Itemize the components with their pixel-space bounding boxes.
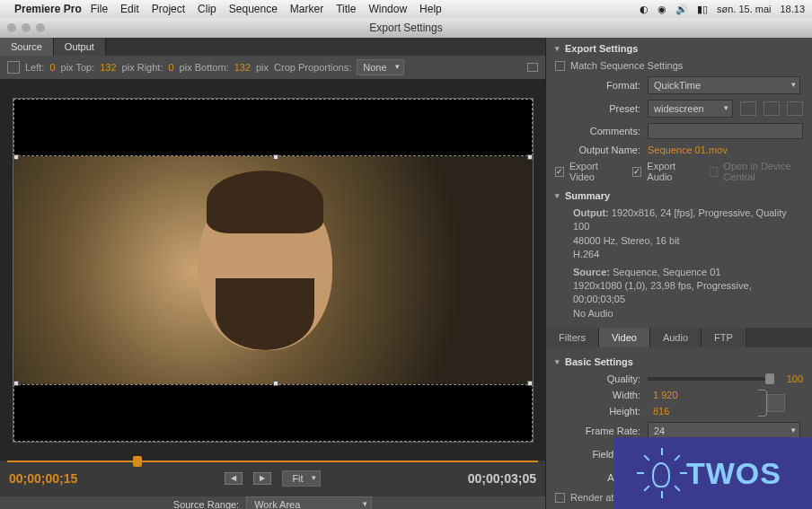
quality-slider[interactable] bbox=[648, 377, 774, 381]
twos-logo-overlay: TWOS bbox=[614, 437, 812, 509]
window-zoom-icon[interactable] bbox=[36, 23, 45, 32]
window-close-icon[interactable] bbox=[7, 23, 16, 32]
match-sequence-label: Match Sequence Settings bbox=[570, 60, 683, 71]
crop-right-value[interactable]: 0 bbox=[168, 62, 173, 73]
menu-title[interactable]: Title bbox=[336, 3, 356, 15]
app-name[interactable]: Premiere Pro bbox=[14, 3, 82, 15]
volume-icon[interactable]: 🔊 bbox=[675, 4, 688, 15]
menubar-date[interactable]: søn. 15. mai bbox=[717, 4, 772, 14]
preview-pane: Source Output Left: 0 pix Top: 132 pix R… bbox=[0, 38, 546, 509]
scrub-bar[interactable] bbox=[7, 461, 538, 468]
crop-proportions-dropdown[interactable]: None bbox=[357, 59, 403, 75]
mac-menubar: Premiere Pro File Edit Project Clip Sequ… bbox=[0, 0, 812, 18]
menu-file[interactable]: File bbox=[91, 3, 108, 15]
crop-bottom-value[interactable]: 132 bbox=[234, 62, 251, 73]
crop-region-bottom[interactable] bbox=[13, 384, 533, 442]
comments-input[interactable] bbox=[648, 123, 803, 139]
crop-top-label: pix Top: bbox=[61, 62, 95, 73]
source-range-dropdown[interactable]: Work Area bbox=[246, 496, 372, 509]
playhead[interactable] bbox=[133, 456, 142, 467]
prev-frame-button[interactable]: ◀ bbox=[225, 472, 243, 485]
source-range-label: Source Range: bbox=[173, 499, 239, 509]
preset-dropdown[interactable]: widescreen bbox=[648, 100, 733, 118]
crop-left-value[interactable]: 0 bbox=[49, 62, 55, 73]
menu-clip[interactable]: Clip bbox=[198, 3, 216, 15]
crop-bar: Left: 0 pix Top: 132 pix Right: 0 pix Bo… bbox=[0, 56, 545, 80]
menu-help[interactable]: Help bbox=[419, 3, 442, 15]
lightbulb-icon bbox=[645, 453, 677, 493]
comments-label: Comments: bbox=[555, 126, 640, 136]
device-central-label: Open in Device Central bbox=[723, 161, 803, 182]
format-dropdown[interactable]: QuickTime bbox=[648, 76, 800, 94]
device-central-checkbox bbox=[710, 167, 718, 177]
summary-header[interactable]: Summary bbox=[546, 185, 812, 205]
timecode-current[interactable]: 00;00;00;15 bbox=[9, 471, 77, 486]
crop-icon[interactable] bbox=[7, 61, 20, 74]
crop-proportions-label: Crop Proportions: bbox=[274, 62, 351, 73]
menu-sequence[interactable]: Sequence bbox=[229, 3, 278, 15]
crop-handle[interactable] bbox=[527, 381, 533, 386]
export-audio-checkbox[interactable] bbox=[632, 167, 641, 177]
export-video-checkbox[interactable] bbox=[555, 167, 564, 177]
export-video-label: Export Video bbox=[569, 161, 613, 182]
preview-tabs: Source Output bbox=[0, 38, 545, 56]
framerate-label: Frame Rate: bbox=[555, 426, 640, 436]
logo-text: TWOS bbox=[686, 456, 781, 491]
dialog-title: Export Settings bbox=[369, 22, 442, 34]
format-label: Format: bbox=[555, 80, 640, 91]
preview-area bbox=[0, 80, 545, 461]
tab-filters[interactable]: Filters bbox=[546, 328, 599, 347]
crop-handle[interactable] bbox=[13, 381, 19, 386]
battery-icon[interactable]: ▮▯ bbox=[697, 4, 708, 15]
crop-handle[interactable] bbox=[13, 154, 19, 160]
crop-handle[interactable] bbox=[527, 154, 533, 160]
output-name-label: Output Name: bbox=[555, 145, 640, 155]
quality-label: Quality: bbox=[555, 373, 640, 384]
zoom-fit-dropdown[interactable]: Fit bbox=[282, 470, 320, 487]
height-label: Height: bbox=[555, 406, 640, 417]
video-preview[interactable] bbox=[13, 98, 534, 443]
basic-settings-header[interactable]: Basic Settings bbox=[546, 351, 812, 371]
menu-window[interactable]: Window bbox=[368, 3, 407, 15]
crop-units: pix bbox=[256, 62, 269, 73]
crop-handle[interactable] bbox=[273, 381, 278, 386]
menubar-time[interactable]: 18.13 bbox=[780, 4, 805, 14]
link-dimensions-icon[interactable] bbox=[758, 390, 767, 417]
tab-source[interactable]: Source bbox=[0, 38, 54, 56]
summary-source: Source: Sequence, Sequence 01 1920x1080 … bbox=[546, 264, 812, 323]
tab-audio[interactable]: Audio bbox=[650, 328, 702, 347]
preset-save-icon[interactable] bbox=[740, 101, 756, 116]
timecode-duration: 00;00;03;05 bbox=[468, 471, 536, 486]
export-settings-header[interactable]: Export Settings bbox=[546, 38, 812, 57]
height-value[interactable]: 816 bbox=[653, 406, 669, 417]
crop-top-value[interactable]: 132 bbox=[100, 62, 116, 73]
crop-right-label: pix Right: bbox=[122, 62, 163, 73]
match-sequence-checkbox[interactable] bbox=[555, 61, 565, 71]
menu-project[interactable]: Project bbox=[152, 3, 185, 15]
menu-edit[interactable]: Edit bbox=[120, 3, 139, 15]
tab-ftp[interactable]: FTP bbox=[702, 328, 746, 347]
output-name-link[interactable]: Sequence 01.mov bbox=[648, 145, 728, 155]
lock-aspect-icon[interactable] bbox=[767, 394, 785, 412]
quality-value[interactable]: 100 bbox=[787, 373, 803, 384]
tab-video[interactable]: Video bbox=[599, 328, 650, 347]
crop-region-top[interactable] bbox=[13, 99, 533, 156]
next-frame-button[interactable]: ▶ bbox=[253, 472, 271, 485]
status-icon[interactable]: ◐ bbox=[640, 4, 649, 15]
preset-delete-icon[interactable] bbox=[787, 101, 803, 116]
wifi-icon[interactable]: ◉ bbox=[658, 4, 666, 15]
summary-output: Output: 1920x816, 24 [fps], Progressive,… bbox=[546, 205, 812, 264]
menu-marker[interactable]: Marker bbox=[290, 3, 323, 15]
preset-label: Preset: bbox=[555, 103, 640, 114]
tab-output[interactable]: Output bbox=[54, 38, 106, 56]
crop-handle[interactable] bbox=[273, 154, 278, 160]
crop-left-label: Left: bbox=[25, 62, 44, 73]
render-max-depth-checkbox[interactable] bbox=[555, 493, 565, 503]
crop-bottom-label: pix Bottom: bbox=[180, 62, 229, 73]
width-value[interactable]: 1 920 bbox=[653, 390, 678, 400]
aspect-toggle-icon[interactable] bbox=[527, 63, 538, 72]
window-minimize-icon[interactable] bbox=[22, 23, 31, 32]
export-audio-label: Export Audio bbox=[647, 161, 691, 182]
dialog-title-bar: Export Settings bbox=[0, 18, 812, 38]
preset-import-icon[interactable] bbox=[763, 101, 780, 116]
